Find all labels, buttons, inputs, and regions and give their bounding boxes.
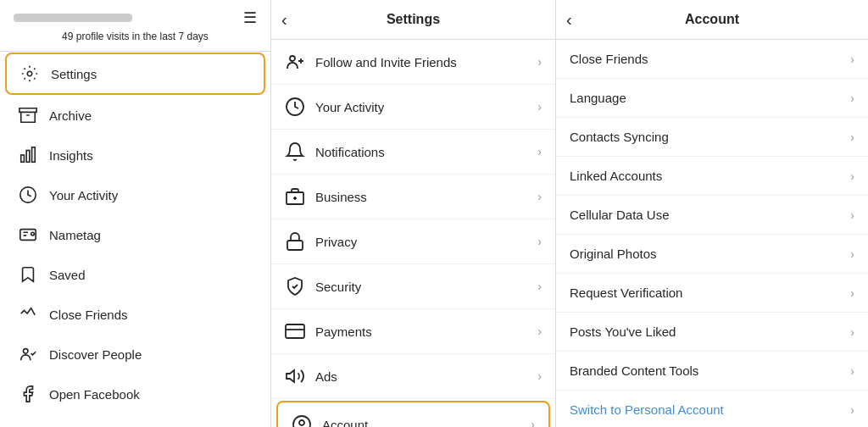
settings-title: Settings bbox=[285, 12, 542, 27]
sidebar-item-open-facebook[interactable]: Open Facebook bbox=[5, 374, 265, 413]
account-item-language[interactable]: Language › bbox=[556, 79, 868, 118]
security-label: Security bbox=[315, 280, 527, 294]
settings-icon bbox=[20, 64, 39, 83]
left-panel: ☰ 49 profile visits in the last 7 days S… bbox=[0, 0, 271, 427]
archive-icon bbox=[19, 106, 37, 125]
ads-label: Ads bbox=[315, 369, 527, 384]
settings-list: Follow and Invite Friends › Your Activit… bbox=[271, 40, 555, 427]
request-verification-label: Request Verification bbox=[570, 286, 850, 300]
sidebar-item-close-friends[interactable]: Close Friends bbox=[5, 295, 265, 334]
business-icon bbox=[285, 186, 305, 207]
svg-marker-16 bbox=[287, 370, 294, 382]
insights-icon bbox=[19, 146, 37, 164]
close-friends-icon bbox=[19, 305, 37, 324]
left-nav: Settings Archive Insights bbox=[0, 52, 270, 427]
follow-invite-icon bbox=[285, 52, 305, 72]
profile-name-placeholder bbox=[14, 14, 132, 22]
posts-liked-label: Posts You've Liked bbox=[570, 324, 850, 339]
sidebar-item-saved[interactable]: Saved bbox=[5, 255, 265, 294]
settings-item-your-activity[interactable]: Your Activity › bbox=[271, 85, 555, 130]
payments-label: Payments bbox=[315, 324, 527, 339]
cellular-data-label: Cellular Data Use bbox=[570, 208, 850, 222]
follow-invite-label: Follow and Invite Friends bbox=[315, 55, 527, 69]
account-item-close-friends[interactable]: Close Friends › bbox=[556, 40, 868, 79]
account-label: Account bbox=[322, 418, 520, 428]
account-item-request-verification[interactable]: Request Verification › bbox=[556, 274, 868, 313]
security-icon bbox=[285, 276, 305, 297]
svg-point-8 bbox=[290, 56, 295, 61]
account-item-original-photos[interactable]: Original Photos › bbox=[556, 235, 868, 274]
follow-invite-chevron: › bbox=[537, 55, 542, 69]
svg-point-0 bbox=[27, 71, 32, 76]
settings-item-follow-invite[interactable]: Follow and Invite Friends › bbox=[271, 40, 555, 85]
privacy-icon bbox=[285, 231, 305, 252]
account-header: ‹ Account bbox=[556, 0, 868, 40]
sidebar-item-archive[interactable]: Archive bbox=[5, 96, 265, 135]
sidebar-item-your-activity-label: Your Activity bbox=[49, 188, 118, 202]
svg-rect-1 bbox=[21, 155, 25, 162]
sidebar-item-archive-label: Archive bbox=[49, 108, 92, 123]
discover-people-icon bbox=[19, 345, 37, 363]
settings-item-security[interactable]: Security › bbox=[271, 264, 555, 309]
settings-header: ‹ Settings bbox=[271, 0, 555, 40]
account-item-contacts-syncing[interactable]: Contacts Syncing › bbox=[556, 118, 868, 157]
your-activity-settings-label: Your Activity bbox=[315, 100, 527, 114]
notifications-label: Notifications bbox=[315, 145, 527, 159]
svg-point-6 bbox=[31, 232, 35, 236]
linked-accounts-label: Linked Accounts bbox=[570, 169, 850, 183]
settings-item-business[interactable]: Business › bbox=[271, 175, 555, 219]
ads-icon bbox=[285, 366, 305, 386]
account-title: Account bbox=[570, 12, 854, 27]
profile-visits: 49 profile visits in the last 7 days bbox=[62, 30, 209, 42]
account-item-posts-liked[interactable]: Posts You've Liked › bbox=[556, 313, 868, 352]
account-item-branded-content[interactable]: Branded Content Tools › bbox=[556, 352, 868, 391]
switch-personal-label: Switch to Personal Account bbox=[570, 402, 850, 417]
settings-back-button[interactable]: ‹ bbox=[281, 10, 287, 30]
settings-item-notifications[interactable]: Notifications › bbox=[271, 130, 555, 175]
payments-icon bbox=[285, 321, 305, 341]
svg-rect-2 bbox=[26, 151, 30, 163]
sidebar-item-saved-label: Saved bbox=[49, 268, 86, 282]
your-activity-settings-icon bbox=[285, 97, 305, 117]
settings-item-payments[interactable]: Payments › bbox=[271, 309, 555, 354]
sidebar-item-open-facebook-label: Open Facebook bbox=[49, 387, 140, 402]
open-facebook-icon bbox=[19, 385, 37, 403]
sidebar-item-insights[interactable]: Insights bbox=[5, 136, 265, 175]
svg-rect-13 bbox=[287, 241, 303, 250]
settings-item-ads[interactable]: Ads › bbox=[271, 354, 555, 399]
svg-rect-3 bbox=[32, 147, 36, 162]
middle-panel: ‹ Settings Follow and Invite Friends › bbox=[271, 0, 556, 427]
account-item-linked-accounts[interactable]: Linked Accounts › bbox=[556, 157, 868, 196]
sidebar-item-settings[interactable]: Settings bbox=[5, 53, 265, 95]
svg-point-18 bbox=[299, 420, 304, 425]
profile-name-row: ☰ bbox=[14, 8, 257, 27]
sidebar-item-close-friends-label: Close Friends bbox=[49, 308, 128, 322]
profile-header: ☰ 49 profile visits in the last 7 days bbox=[0, 0, 270, 52]
sidebar-item-settings-label: Settings bbox=[51, 67, 97, 81]
branded-content-label: Branded Content Tools bbox=[570, 363, 850, 378]
nametag-icon bbox=[19, 225, 37, 244]
account-item-switch-personal[interactable]: Switch to Personal Account › bbox=[556, 391, 868, 427]
business-label: Business bbox=[315, 190, 527, 204]
sidebar-item-discover-people-label: Discover People bbox=[49, 347, 142, 362]
sidebar-item-insights-label: Insights bbox=[49, 148, 93, 163]
svg-rect-14 bbox=[286, 324, 304, 338]
settings-item-account[interactable]: Account › bbox=[276, 401, 550, 427]
close-friends-label: Close Friends bbox=[570, 52, 850, 66]
hamburger-icon[interactable]: ☰ bbox=[243, 8, 257, 27]
svg-point-7 bbox=[24, 349, 29, 354]
account-back-button[interactable]: ‹ bbox=[566, 10, 572, 30]
right-panel: ‹ Account Close Friends › Language › Con… bbox=[556, 0, 868, 427]
sidebar-item-nametag[interactable]: Nametag bbox=[5, 215, 265, 254]
sidebar-item-discover-people[interactable]: Discover People bbox=[5, 335, 265, 374]
settings-item-privacy[interactable]: Privacy › bbox=[271, 219, 555, 264]
account-icon bbox=[292, 414, 312, 427]
contacts-syncing-label: Contacts Syncing bbox=[570, 130, 850, 144]
language-label: Language bbox=[570, 91, 850, 105]
sidebar-item-your-activity[interactable]: Your Activity bbox=[5, 175, 265, 214]
account-item-cellular-data[interactable]: Cellular Data Use › bbox=[556, 196, 868, 235]
original-photos-label: Original Photos bbox=[570, 247, 850, 261]
account-list: Close Friends › Language › Contacts Sync… bbox=[556, 40, 868, 427]
your-activity-icon bbox=[19, 186, 37, 204]
saved-icon bbox=[19, 265, 37, 284]
